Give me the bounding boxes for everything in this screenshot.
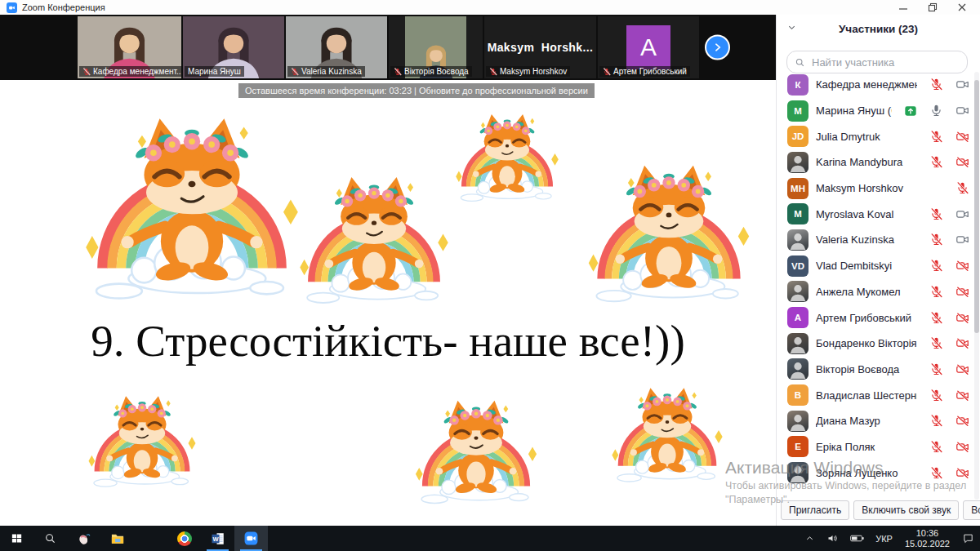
- participant-name: Зоряна Лущенко: [816, 467, 917, 479]
- volume-icon[interactable]: [821, 526, 844, 551]
- participant-row[interactable]: Зоряна Лущенко: [777, 460, 980, 486]
- tile-name-label: Maksym Horshkov: [486, 66, 570, 77]
- invite-button[interactable]: Пригласить: [781, 500, 849, 520]
- restore-status-button[interactable]: Восстановить стату: [963, 500, 980, 520]
- search-participant-box[interactable]: [786, 51, 968, 73]
- camera-muted-icon: [956, 285, 969, 299]
- person-photo-avatar: [787, 358, 808, 380]
- participants-panel: Участники (23) ККафедра менеджменту та а…: [776, 15, 980, 526]
- mouse-app-icon[interactable]: [67, 526, 100, 551]
- participant-photo-avatar: [787, 411, 808, 432]
- chrome-icon[interactable]: [167, 526, 201, 551]
- slide-title: 9. Стресостійкість- наше все!)): [0, 315, 776, 367]
- system-tray: УКР 10:36 15.02.2022: [799, 526, 980, 551]
- camera-muted-icon: [956, 389, 969, 402]
- camera-muted-icon: [956, 414, 969, 428]
- participant-row[interactable]: ААртем Грибовський: [777, 304, 980, 331]
- participant-name: Еріка Поляк: [816, 441, 917, 453]
- participant-row[interactable]: Вікторія Воєвода: [777, 357, 980, 383]
- video-tile[interactable]: Maksym Horshk...Maksym Horshkov: [484, 16, 596, 78]
- next-participants-button[interactable]: [705, 35, 730, 60]
- firefox-icon[interactable]: [134, 526, 167, 551]
- camera-muted-icon: [956, 336, 969, 350]
- mic-muted-icon: [929, 155, 943, 169]
- video-tile[interactable]: AАртем Грибовський: [598, 16, 699, 78]
- participants-scrollbar[interactable]: [974, 72, 979, 500]
- participant-row[interactable]: ММарина Януш (Организатор): [777, 98, 980, 124]
- action-center-icon[interactable]: [956, 526, 980, 551]
- scrollbar-thumb[interactable]: [974, 80, 979, 333]
- zoom-taskbar-icon[interactable]: [234, 526, 268, 551]
- restore-button[interactable]: [928, 2, 938, 12]
- search-input[interactable]: [810, 56, 960, 69]
- participant-row[interactable]: ВВладислав Шестерньов: [777, 382, 980, 408]
- unmute-self-button[interactable]: Включить свой звук: [853, 500, 959, 520]
- camera-icon: [956, 207, 969, 221]
- participant-initials-avatar: М: [787, 100, 808, 122]
- tray-time: 10:36: [905, 528, 950, 539]
- participant-row[interactable]: Анжела Мукомел: [777, 279, 980, 305]
- person-photo-avatar: [787, 462, 808, 483]
- participant-photo-avatar: [787, 152, 808, 173]
- battery-icon[interactable]: [844, 526, 870, 551]
- participants-list: ККафедра менеджменту та ад... (Я)ММарина…: [777, 72, 980, 486]
- participant-row[interactable]: MMyroslava Koval: [777, 201, 980, 227]
- taskbar-search-icon[interactable]: [33, 526, 67, 551]
- participant-initials-avatar: M: [787, 203, 808, 224]
- mic-muted-icon: [394, 68, 402, 76]
- person-photo-avatar: [787, 152, 808, 173]
- screen-share-badge-icon: [904, 104, 917, 118]
- camera-muted-icon: [956, 311, 969, 325]
- participant-name: Maksym Horshkov: [816, 182, 943, 194]
- tray-chevron-up-icon[interactable]: [799, 526, 821, 551]
- participant-initials-avatar: В: [787, 384, 808, 406]
- svg-text:W: W: [212, 535, 219, 543]
- video-tile[interactable]: Марина Януш: [183, 16, 284, 78]
- fox-sticker: [84, 392, 200, 491]
- minimize-button[interactable]: [898, 2, 908, 12]
- person-photo-avatar: [787, 281, 808, 302]
- mic-muted-icon: [929, 207, 943, 221]
- participant-row[interactable]: VDVlad Dembitskyi: [777, 253, 980, 279]
- participant-row[interactable]: Бондаренко Вікторія: [777, 331, 980, 357]
- zoom-window: Zoom Конференция Кафедра менеджмент...Ма…: [0, 0, 980, 551]
- file-explorer-icon[interactable]: [100, 526, 134, 551]
- participant-row[interactable]: JDJulia Dmytruk: [777, 123, 980, 149]
- participant-initials-avatar: VD: [787, 256, 808, 277]
- video-tile[interactable]: Кафедра менеджмент...: [78, 16, 181, 78]
- participant-name: Владислав Шестерньов: [816, 389, 917, 402]
- participant-photo-avatar: [787, 333, 808, 354]
- participant-name: Марина Януш (Организатор): [816, 104, 892, 117]
- participant-row[interactable]: Диана Мазур: [777, 408, 980, 434]
- camera-icon: [956, 78, 969, 91]
- mic-muted-icon: [929, 233, 943, 247]
- mic-muted-icon: [489, 68, 497, 76]
- close-button[interactable]: [957, 2, 967, 12]
- word-icon[interactable]: W: [201, 526, 234, 551]
- tile-avatar: A: [626, 25, 670, 69]
- participant-row[interactable]: ЕЕріка Поляк: [777, 434, 980, 460]
- participant-row[interactable]: Karina Mandybura: [777, 149, 980, 176]
- video-strip: Кафедра менеджмент...Марина ЯнушValeria …: [0, 15, 776, 80]
- start-button[interactable]: [0, 526, 33, 551]
- participant-initials-avatar: MH: [787, 178, 808, 199]
- language-indicator[interactable]: УКР: [870, 526, 898, 551]
- video-tile[interactable]: Valeria Kuzinska: [286, 16, 387, 78]
- panel-actions: Пригласить Включить свой звук Восстанови…: [777, 500, 980, 520]
- tile-name-label: Вікторія Воєвода: [390, 66, 472, 77]
- fox-sticker: [608, 384, 727, 487]
- participant-row[interactable]: ККафедра менеджменту та ад... (Я): [777, 72, 980, 98]
- window-title: Zoom Конференция: [22, 2, 105, 12]
- person-photo-avatar: [787, 229, 808, 251]
- camera-icon: [956, 233, 969, 247]
- clock[interactable]: 10:36 15.02.2022: [898, 528, 956, 549]
- participant-name: Valeria Kuzinska: [816, 233, 917, 246]
- meeting-main-area: Кафедра менеджмент...Марина ЯнушValeria …: [0, 15, 776, 526]
- video-tile[interactable]: Вікторія Воєвода: [389, 16, 483, 78]
- tile-name-label: Артем Грибовський: [599, 66, 690, 77]
- participant-row[interactable]: Valeria Kuzinska: [777, 227, 980, 253]
- participant-row[interactable]: MHMaksym Horshkov: [777, 176, 980, 202]
- camera-muted-icon: [956, 259, 969, 273]
- mic-icon: [929, 104, 943, 118]
- camera-muted-icon: [956, 362, 969, 376]
